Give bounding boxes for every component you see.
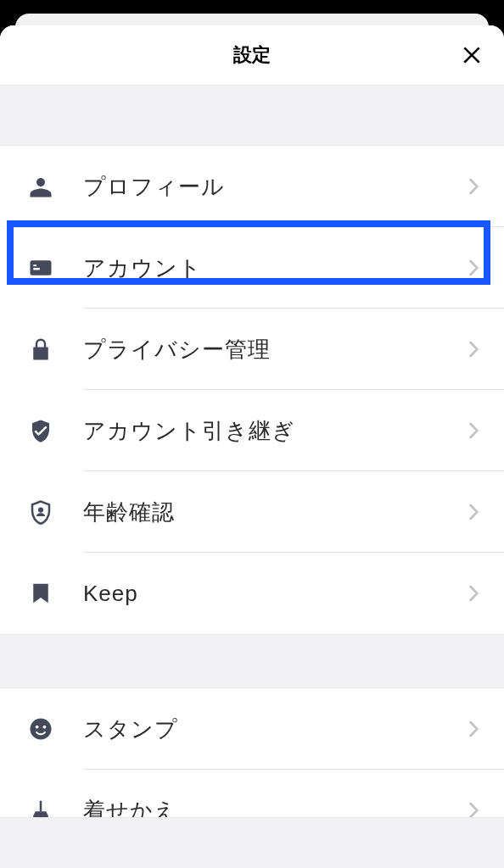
- section-gap: [0, 85, 504, 146]
- bookmark-icon: [24, 576, 58, 610]
- chevron-right-icon: [463, 339, 484, 359]
- chevron-right-icon: [463, 420, 484, 441]
- svg-rect-2: [33, 264, 36, 266]
- row-keep[interactable]: Keep: [0, 553, 504, 634]
- row-stamp[interactable]: スタンプ: [0, 688, 504, 770]
- row-label: 年齢確認: [83, 498, 463, 527]
- row-label: プライバシー管理: [83, 335, 463, 364]
- svg-rect-1: [33, 268, 40, 270]
- header: 設定: [0, 25, 504, 85]
- chevron-right-icon: [463, 719, 484, 739]
- settings-section-1: プロフィール アカウント プライバシー管理 アカウント引き継ぎ: [0, 146, 504, 634]
- lock-icon: [24, 332, 58, 366]
- page-title: 設定: [233, 42, 271, 68]
- row-label: スタンプ: [83, 715, 463, 744]
- chevron-right-icon: [463, 583, 484, 604]
- row-privacy[interactable]: プライバシー管理: [0, 309, 504, 390]
- svg-point-6: [43, 726, 47, 729]
- row-age[interactable]: 年齢確認: [0, 471, 504, 553]
- row-label: Keep: [83, 581, 463, 607]
- svg-point-5: [36, 726, 39, 729]
- row-account[interactable]: アカウント: [0, 227, 504, 309]
- close-icon: [461, 44, 483, 66]
- row-label: プロフィール: [83, 172, 463, 202]
- row-transfer[interactable]: アカウント引き継ぎ: [0, 390, 504, 471]
- row-profile[interactable]: プロフィール: [0, 146, 504, 227]
- chevron-right-icon: [463, 258, 484, 278]
- row-label: アカウント: [83, 253, 463, 283]
- settings-sheet: 設定 プロフィール アカウント プライバシー管理: [0, 25, 504, 868]
- section-gap: [0, 634, 504, 688]
- smiley-icon: [24, 712, 58, 746]
- card-icon: [24, 251, 58, 285]
- chevron-right-icon: [463, 502, 484, 522]
- chevron-right-icon: [463, 176, 484, 197]
- shield-check-icon: [24, 414, 58, 448]
- bottom-gap: [0, 817, 504, 868]
- close-button[interactable]: [456, 40, 487, 70]
- svg-point-4: [31, 719, 52, 740]
- shield-person-icon: [24, 495, 58, 529]
- row-label: アカウント引き継ぎ: [83, 416, 463, 446]
- svg-point-3: [38, 507, 43, 512]
- person-icon: [24, 170, 58, 203]
